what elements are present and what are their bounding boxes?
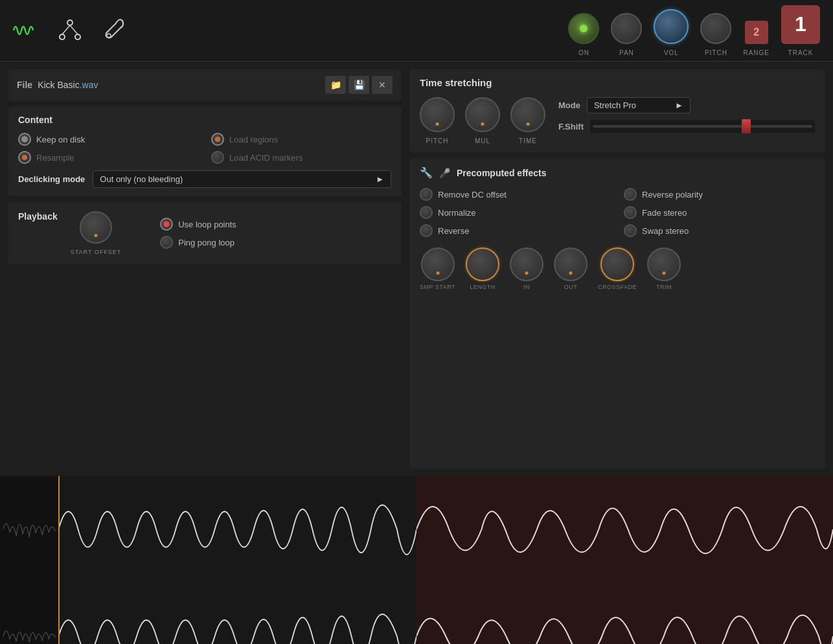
- pan-control[interactable]: PAN: [611, 13, 642, 56]
- in-knob[interactable]: [510, 247, 543, 281]
- option-swap-stereo[interactable]: Swap stereo: [624, 224, 815, 237]
- mode-select[interactable]: Stretch Pro ►: [587, 97, 690, 113]
- option-remove-dc[interactable]: Remove DC offset: [420, 188, 611, 201]
- fshift-track: [593, 125, 812, 128]
- option-keep-disk[interactable]: Keep on disk: [18, 133, 198, 146]
- declicking-arrow: ►: [376, 174, 384, 184]
- radio-load-regions[interactable]: [211, 133, 224, 146]
- svg-line-4: [70, 25, 78, 34]
- node-icon[interactable]: [53, 14, 87, 47]
- radio-keep-disk[interactable]: [18, 133, 31, 146]
- out-knob[interactable]: [554, 247, 588, 281]
- track-control[interactable]: 1 TRACK: [781, 5, 820, 56]
- smp-start-group: SMP START: [420, 247, 455, 290]
- vol-knob[interactable]: [654, 9, 689, 44]
- radio-swap-stereo[interactable]: [624, 224, 637, 237]
- start-offset-group: START OFFSET: [71, 211, 122, 255]
- file-save-button[interactable]: 💾: [348, 76, 369, 94]
- declicking-value: Out only (no bleeding): [100, 174, 183, 184]
- on-control[interactable]: ON: [568, 13, 599, 56]
- smp-start-knob[interactable]: [421, 247, 455, 281]
- svg-point-2: [75, 34, 80, 40]
- on-knob[interactable]: [568, 13, 599, 44]
- top-bar: ON PAN VOL PITCH 2 RANGE 1 TRACK: [0, 0, 833, 62]
- crossfade-knob[interactable]: [600, 247, 634, 281]
- range-control[interactable]: 2 RANGE: [743, 21, 770, 56]
- pitch-control[interactable]: PITCH: [700, 13, 731, 56]
- svg-point-1: [60, 34, 65, 40]
- smp-start-label: SMP START: [420, 284, 455, 290]
- waveform-start-marker: [58, 476, 60, 644]
- start-offset-knob[interactable]: [80, 211, 112, 244]
- declicking-select[interactable]: Out only (no bleeding) ►: [93, 170, 391, 188]
- content-options-grid: Keep on disk Load regions Resample: [18, 133, 391, 164]
- pan-knob[interactable]: [611, 13, 642, 44]
- ts-time-knob[interactable]: [510, 97, 545, 132]
- label-remove-dc: Remove DC offset: [438, 190, 507, 200]
- toolbar-left: [6, 14, 568, 47]
- option-fade-stereo[interactable]: Fade stereo: [624, 206, 815, 219]
- content-section: Content Keep on disk Load regions: [8, 107, 402, 196]
- playback-options: Use loop points Ping pong loop: [160, 218, 236, 249]
- radio-load-acid[interactable]: [211, 151, 224, 164]
- waveform-icon[interactable]: [6, 14, 40, 47]
- length-knob[interactable]: [466, 247, 499, 281]
- toolbar-right: ON PAN VOL PITCH 2 RANGE 1 TRACK: [568, 5, 827, 56]
- in-label: IN: [523, 284, 530, 290]
- fshift-row: F.Shift: [558, 120, 815, 133]
- vol-label: VOL: [664, 49, 679, 56]
- ts-mul-knob[interactable]: [465, 97, 500, 132]
- vol-control[interactable]: VOL: [654, 9, 689, 56]
- option-reverse-polarity[interactable]: Reverse polarity: [624, 188, 815, 201]
- crossfade-group: CROSSFADE: [598, 247, 637, 290]
- option-reverse[interactable]: Reverse: [420, 224, 611, 237]
- option-load-regions[interactable]: Load regions: [211, 133, 391, 146]
- trim-label: TRIM: [656, 284, 672, 290]
- file-open-button[interactable]: 📁: [325, 76, 346, 94]
- svg-point-5: [107, 34, 111, 38]
- pitch-knob[interactable]: [700, 13, 731, 44]
- radio-ping-pong[interactable]: [160, 236, 173, 249]
- track-value[interactable]: 1: [781, 5, 820, 44]
- ts-pitch-knob[interactable]: [420, 97, 455, 132]
- waveform-left[interactable]: [0, 476, 416, 644]
- file-close-button[interactable]: ✕: [372, 76, 393, 94]
- label-reverse: Reverse: [438, 226, 469, 236]
- trim-group: TRIM: [647, 247, 681, 290]
- ts-time-group: TIME: [510, 97, 545, 144]
- waveform-svg-left: [0, 476, 416, 644]
- label-ping-pong: Ping pong loop: [178, 238, 234, 247]
- radio-loop-points[interactable]: [160, 218, 173, 231]
- option-loop-points[interactable]: Use loop points: [160, 218, 236, 231]
- file-name: Kick Basic.wav: [38, 80, 98, 90]
- label-reverse-polarity: Reverse polarity: [642, 190, 703, 200]
- option-ping-pong[interactable]: Ping pong loop: [160, 236, 236, 249]
- label-loop-points: Use loop points: [178, 220, 236, 229]
- option-load-acid[interactable]: Load ACID markers: [211, 151, 391, 164]
- declicking-label: Declicking mode: [18, 174, 85, 184]
- radio-reverse-polarity[interactable]: [624, 188, 637, 201]
- wrench-small-icon: 🔧: [420, 167, 433, 179]
- radio-fade-stereo[interactable]: [624, 206, 637, 219]
- wrench-icon[interactable]: [100, 14, 133, 47]
- playback-section: Playback START OFFSET Use loop points Pi…: [8, 202, 402, 264]
- mic-icon: 🎤: [439, 168, 450, 178]
- radio-resample[interactable]: [18, 151, 31, 164]
- radio-remove-dc[interactable]: [420, 188, 433, 201]
- mode-arrow: ►: [675, 100, 683, 110]
- effects-options: Remove DC offset Reverse polarity Normal…: [420, 188, 815, 237]
- radio-normalize[interactable]: [420, 206, 433, 219]
- time-stretch-body: PITCH MUL TIME Mode Stretch: [420, 97, 815, 144]
- track-label: TRACK: [788, 49, 814, 56]
- radio-reverse[interactable]: [420, 224, 433, 237]
- fshift-slider[interactable]: [590, 120, 815, 133]
- effects-title: Precomputed effects: [457, 168, 546, 178]
- time-stretch-title: Time stretching: [420, 77, 815, 88]
- option-normalize[interactable]: Normalize: [420, 206, 611, 219]
- trim-knob[interactable]: [647, 247, 681, 281]
- range-value[interactable]: 2: [745, 21, 768, 44]
- ts-pitch-label: PITCH: [426, 137, 449, 144]
- time-stretch-section: Time stretching PITCH MUL TIME: [409, 69, 825, 152]
- waveform-right[interactable]: 32 ▦: [416, 476, 833, 644]
- option-resample[interactable]: Resample: [18, 151, 198, 164]
